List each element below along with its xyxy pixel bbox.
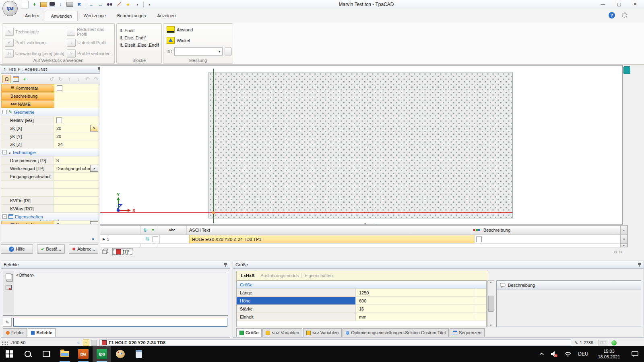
save-icon[interactable] bbox=[50, 2, 55, 7]
close-button[interactable]: ✕ bbox=[627, 0, 643, 8]
snap-icon[interactable]: ⌁ bbox=[83, 339, 89, 346]
row-xk[interactable]: xK [X] 20 ✎ bbox=[1, 124, 99, 132]
rotate-right-icon[interactable]: ↻ bbox=[57, 75, 64, 83]
import-icon[interactable]: ↓ bbox=[57, 1, 64, 8]
tools-icon[interactable]: ⟋ bbox=[116, 1, 122, 8]
reduziert-profil-button[interactable]: ↓Reduziert das Profil bbox=[67, 26, 114, 37]
kvaus-input[interactable] bbox=[54, 205, 99, 212]
workpiece-panel[interactable] bbox=[208, 72, 513, 218]
unterteilt-profil-button[interactable]: ↓Unterteilt Profil bbox=[67, 37, 114, 48]
row-name[interactable]: AbcNAME bbox=[1, 100, 99, 108]
scrollbar-thumb[interactable]: ≡ bbox=[620, 234, 627, 244]
grid-view-icon[interactable] bbox=[12, 75, 20, 83]
section-technologie[interactable]: - ⟓Technologie bbox=[1, 148, 99, 156]
abc-column-header[interactable]: Abc bbox=[157, 228, 186, 232]
panel-splitter[interactable]: ▾ ········· ▾ bbox=[1, 218, 98, 223]
omega-macro-icon[interactable]: Ω bbox=[2, 75, 11, 83]
file-explorer-button[interactable] bbox=[56, 346, 74, 362]
add-node-icon[interactable]: + bbox=[21, 75, 29, 83]
redo-icon[interactable]: → bbox=[97, 1, 104, 8]
relativ-checkbox[interactable] bbox=[56, 117, 62, 123]
rownum-header[interactable] bbox=[100, 226, 140, 234]
paint-button[interactable] bbox=[111, 346, 130, 362]
minimize-button[interactable]: — bbox=[595, 0, 611, 8]
task-view-button[interactable] bbox=[37, 346, 56, 362]
tab-ausfuehrungsmodus[interactable]: Ausführungsmodus bbox=[258, 273, 301, 278]
row-staerke[interactable]: Stärke 16 bbox=[237, 305, 486, 313]
move-down-icon[interactable]: ↓ bbox=[74, 75, 82, 83]
collapse-chevron-icon[interactable]: » bbox=[91, 238, 96, 240]
drawing-canvas[interactable]: Y X bbox=[100, 65, 623, 225]
list-icon[interactable]: ≡ bbox=[149, 228, 157, 232]
view-tab-3d[interactable] bbox=[100, 248, 111, 256]
move-up-icon[interactable]: ↑ bbox=[66, 75, 73, 83]
hole-point[interactable] bbox=[212, 211, 215, 214]
print-icon[interactable] bbox=[66, 2, 73, 7]
befehle-open-item[interactable]: <Öffnen> bbox=[16, 273, 35, 278]
qat-dropdown-icon[interactable]: ▼ bbox=[134, 1, 141, 8]
row-eingangsgeschwindigkeit[interactable]: Eingangsgeschwindi bbox=[1, 173, 99, 181]
row-kvaus[interactable]: KVAus [RO] bbox=[1, 205, 99, 213]
edit-formula-button[interactable]: ✎ bbox=[90, 125, 98, 132]
groesse-scrollbar[interactable]: ▲ ▼ bbox=[487, 280, 494, 327]
start-button[interactable] bbox=[0, 346, 19, 362]
collapse-icon[interactable]: - bbox=[2, 150, 7, 154]
restore-button[interactable]: ▢ bbox=[611, 0, 627, 8]
name-input[interactable] bbox=[54, 100, 99, 108]
section-geometrie[interactable]: - ✎Geometrie bbox=[1, 108, 99, 116]
tray-expand-button[interactable]: ❯ bbox=[535, 346, 547, 362]
volume-button[interactable] bbox=[547, 346, 561, 362]
view-tab-face1[interactable]: [1]* bbox=[112, 248, 133, 255]
properties-cubes-icon[interactable] bbox=[472, 229, 481, 231]
undo-step-icon[interactable]: ↶ bbox=[83, 75, 91, 83]
row-yk[interactable]: yK [Y] 20 bbox=[1, 132, 99, 140]
clock-button[interactable]: 15:03 18.05.2021 bbox=[592, 346, 626, 362]
technologie-button[interactable]: ✎Technologie bbox=[5, 26, 65, 37]
tab-bearbeitungen[interactable]: Bearbeitungen bbox=[111, 11, 152, 21]
tab-optimierung[interactable]: Optimierungseinstellungen-Sektion Custom… bbox=[343, 328, 449, 337]
3d-measure-select[interactable]: ▼ bbox=[174, 47, 223, 56]
copy-pages-icon[interactable] bbox=[6, 274, 11, 280]
eingang-input[interactable] bbox=[54, 173, 99, 180]
action-center-button[interactable] bbox=[626, 346, 644, 362]
rotate-left-icon[interactable]: ↺ bbox=[48, 75, 56, 83]
tab-anwenden[interactable]: Anwenden bbox=[45, 11, 78, 21]
tpacad-green-button-active[interactable]: tpa bbox=[93, 346, 111, 362]
sequence-row-1[interactable]: ▶ 1 ⇅ HOLE EG0 X20 Y20 Z-24 TD8 TP1 ≡ bbox=[100, 235, 627, 244]
tab-werkzeuge[interactable]: Werkzeuge bbox=[78, 11, 111, 21]
row-checkbox[interactable] bbox=[153, 237, 158, 242]
profile-verbinden-button[interactable]: ∿Profile verbinden bbox=[67, 48, 114, 59]
kommentar-checkbox[interactable] bbox=[57, 85, 62, 91]
abbrechen-button[interactable]: ✖ Abbrec... bbox=[69, 244, 98, 254]
page-icon[interactable] bbox=[91, 340, 97, 346]
search-button[interactable] bbox=[19, 346, 37, 362]
ascii-column-header[interactable]: ASCII Text bbox=[187, 228, 472, 232]
fit-view-icon[interactable]: ↔ bbox=[76, 339, 82, 346]
row-werkzeugart[interactable]: Werkzeugart [TP] Durchgangsbohrer ▼ bbox=[1, 165, 99, 173]
beschreibung-checkbox[interactable] bbox=[476, 237, 482, 242]
beschreibung-cell[interactable] bbox=[483, 235, 620, 243]
side-panel-icon[interactable] bbox=[623, 66, 630, 74]
if-else-endif-button[interactable]: If..Else..Endif bbox=[120, 34, 159, 41]
hilfe-button[interactable]: ? Hilfe bbox=[1, 244, 33, 254]
tpacad-orange-button[interactable]: tpa bbox=[74, 346, 93, 362]
tab-sequenzen[interactable]: Sequenzen bbox=[450, 328, 485, 337]
abstand-button[interactable]: Abstand bbox=[167, 26, 193, 33]
open-folder-icon[interactable] bbox=[40, 2, 47, 7]
new-file-icon[interactable] bbox=[21, 1, 29, 8]
row-laenge[interactable]: Länge 1250 bbox=[237, 289, 486, 297]
beschreibung-column-header[interactable]: Beschreibung bbox=[481, 228, 620, 232]
edit-command-icon[interactable]: ✎ bbox=[3, 318, 12, 327]
scrollbar-thumb[interactable] bbox=[488, 296, 493, 312]
if-endif-button[interactable]: If..Endif bbox=[120, 27, 159, 34]
werkzeugart-dropdown[interactable]: ▼ bbox=[90, 165, 98, 172]
tab-lxhxs[interactable]: LxHxS bbox=[238, 273, 257, 278]
3d-copy-icon[interactable] bbox=[225, 47, 232, 56]
tab-groesse[interactable]: Größe bbox=[236, 328, 262, 337]
tab-o-variablen[interactable]: <o> Variablen bbox=[262, 328, 302, 337]
umwandlung-button[interactable]: ◎Umwandlung [mm]-[inch] bbox=[5, 48, 65, 59]
tab-anzeigen[interactable]: Anzeigen bbox=[151, 11, 181, 21]
tab-eigenschaften[interactable]: Eigenschaften bbox=[302, 273, 335, 278]
row-durchmesser[interactable]: Durchmesser [TD] 8 bbox=[1, 156, 99, 165]
if-elseif-else-endif-button[interactable]: If..Elself..Else..Endif bbox=[120, 41, 159, 49]
